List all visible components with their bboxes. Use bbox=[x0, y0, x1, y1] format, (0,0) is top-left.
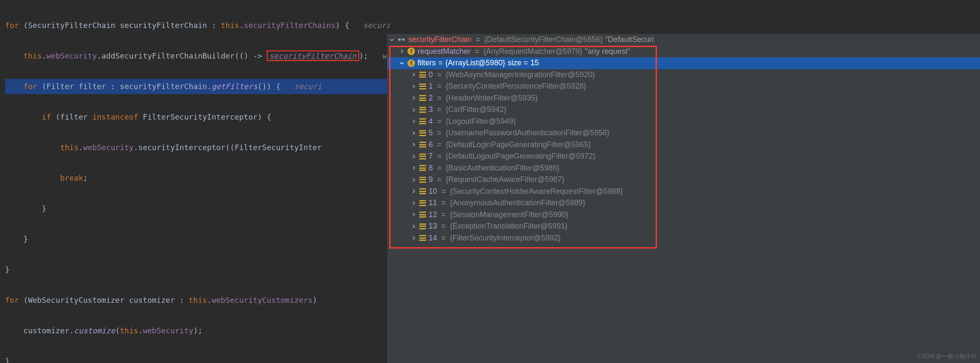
array-index: 9 bbox=[429, 175, 433, 184]
debug-array-element[interactable]: 6 = {DefaultLoginPageGeneratingFilter@59… bbox=[387, 139, 980, 151]
array-index: 13 bbox=[429, 222, 437, 231]
array-index: 1 bbox=[429, 82, 433, 91]
expand-arrow-down-icon[interactable] bbox=[399, 60, 405, 66]
variable-name: securityFilterChain bbox=[408, 35, 471, 44]
debug-variable-root[interactable]: 👓 securityFilterChain = {DefaultSecurity… bbox=[387, 34, 980, 46]
expand-arrow-right-icon[interactable] bbox=[411, 235, 417, 241]
code-line[interactable]: break; bbox=[5, 170, 390, 186]
object-reference: {BasicAuthenticationFilter@5986} bbox=[446, 164, 559, 173]
object-reference: {WebAsyncManagerIntegrationFilter@5920} bbox=[446, 70, 595, 79]
expand-arrow-right-icon[interactable] bbox=[411, 200, 417, 206]
element-icon bbox=[419, 154, 426, 159]
expand-arrow-right-icon[interactable] bbox=[411, 107, 417, 113]
expand-arrow-right-icon[interactable] bbox=[411, 142, 417, 148]
object-reference: {ExceptionTranslationFilter@5991} bbox=[450, 222, 568, 231]
array-index: 7 bbox=[429, 152, 433, 161]
code-editor[interactable]: for (SecurityFilterChain securityFilterC… bbox=[0, 0, 390, 363]
debug-variable-field[interactable]: f requestMatcher = {AnyRequestMatcher@59… bbox=[387, 46, 980, 58]
size-label: size = bbox=[508, 59, 528, 67]
code-line[interactable]: } bbox=[5, 262, 390, 277]
highlighted-expression[interactable]: securityFilterChain bbox=[267, 50, 359, 61]
array-index: 3 bbox=[429, 105, 433, 114]
element-icon bbox=[419, 165, 426, 171]
code-line[interactable]: this.webSecurity.addSecurityFilterChainB… bbox=[5, 48, 390, 64]
debug-array-element[interactable]: 4 = {LogoutFilter@5949} bbox=[387, 116, 980, 128]
object-reference: {RequestCacheAwareFilter@5987} bbox=[446, 175, 565, 184]
code-line[interactable]: for (SecurityFilterChain securityFilterC… bbox=[5, 18, 390, 33]
debug-variables-panel[interactable]: 👓 securityFilterChain = {DefaultSecurity… bbox=[387, 34, 980, 363]
expand-arrow-right-icon[interactable] bbox=[411, 188, 417, 194]
debug-array-element[interactable]: 0 = {WebAsyncManagerIntegrationFilter@59… bbox=[387, 69, 980, 81]
object-reference: {DefaultSecurityFilterChain@5856} bbox=[484, 35, 603, 44]
field-icon: f bbox=[407, 59, 415, 67]
expand-arrow-right-icon[interactable] bbox=[411, 72, 417, 78]
expand-arrow-right-icon[interactable] bbox=[411, 118, 417, 124]
watermark: CSDN @一枚小蜗牛H bbox=[917, 353, 976, 360]
element-icon bbox=[419, 107, 426, 113]
watch-icon: 👓 bbox=[397, 36, 406, 44]
object-reference: {DefaultLogoutPageGeneratingFilter@5972} bbox=[446, 152, 596, 161]
object-reference: {UsernamePasswordAuthenticationFilter@59… bbox=[446, 128, 609, 137]
object-reference: {SecurityContextHolderAwareRequestFilter… bbox=[450, 187, 623, 196]
debug-array-element[interactable]: 11 = {AnonymousAuthenticationFilter@5989… bbox=[387, 197, 980, 209]
element-icon bbox=[419, 223, 426, 229]
variable-name: requestMatcher bbox=[418, 47, 471, 56]
debug-array-element[interactable]: 5 = {UsernamePasswordAuthenticationFilte… bbox=[387, 127, 980, 139]
debug-array-element[interactable]: 14 = {FilterSecurityInterceptor@5992} bbox=[387, 232, 980, 244]
inline-hint: securityFilterChain: "DefaultSecurityFil… bbox=[363, 21, 390, 30]
array-index: 11 bbox=[429, 198, 437, 207]
keyword-this: this bbox=[221, 21, 239, 30]
code-line[interactable]: for (WebSecurityCustomizer customizer : … bbox=[5, 293, 390, 308]
element-icon bbox=[419, 118, 426, 124]
object-reference: {FilterSecurityInterceptor@5992} bbox=[450, 234, 561, 243]
element-icon bbox=[419, 95, 426, 101]
element-icon bbox=[419, 72, 426, 78]
code-line[interactable]: } bbox=[5, 354, 390, 363]
element-icon bbox=[419, 200, 426, 206]
expand-arrow-right-icon[interactable] bbox=[411, 165, 417, 171]
object-reference: {HeaderWriterFilter@5935} bbox=[446, 94, 538, 103]
expand-arrow-right-icon[interactable] bbox=[411, 95, 417, 101]
debug-array-element[interactable]: 9 = {RequestCacheAwareFilter@5987} bbox=[387, 174, 980, 186]
element-icon bbox=[419, 177, 426, 183]
element-icon bbox=[419, 142, 426, 148]
object-reference: {ArrayList@5980} bbox=[446, 59, 505, 67]
debug-array-element[interactable]: 2 = {HeaderWriterFilter@5935} bbox=[387, 92, 980, 104]
debug-array-element[interactable]: 7 = {DefaultLogoutPageGeneratingFilter@5… bbox=[387, 151, 980, 162]
code-line[interactable]: } bbox=[5, 232, 390, 247]
debug-array-element[interactable]: 8 = {BasicAuthenticationFilter@5986} bbox=[387, 162, 980, 174]
expand-arrow-right-icon[interactable] bbox=[411, 154, 417, 159]
expand-arrow-down-icon[interactable] bbox=[389, 37, 395, 43]
expand-arrow-right-icon[interactable] bbox=[411, 84, 417, 89]
array-index: 2 bbox=[429, 94, 433, 103]
element-icon bbox=[419, 235, 426, 241]
code-line[interactable]: if (filter instanceof FilterSecurityInte… bbox=[5, 109, 390, 125]
inline-hint: securi bbox=[294, 82, 322, 91]
code-line-current[interactable]: for (Filter filter : securityFilterChain… bbox=[5, 79, 390, 94]
code-line[interactable]: this.webSecurity.securityInterceptor((Fi… bbox=[5, 140, 390, 155]
expand-arrow-right-icon[interactable] bbox=[399, 48, 405, 54]
field-ref: securityFilterChains bbox=[244, 21, 336, 30]
array-index: 10 bbox=[429, 187, 437, 196]
expand-arrow-right-icon[interactable] bbox=[411, 223, 417, 229]
array-index: 14 bbox=[429, 234, 437, 243]
expand-arrow-right-icon[interactable] bbox=[411, 177, 417, 183]
object-reference: {CsrfFilter@5942} bbox=[446, 105, 507, 114]
code-line[interactable]: } bbox=[5, 201, 390, 216]
element-icon bbox=[419, 130, 426, 136]
debug-variable-field-selected[interactable]: f filters = {ArrayList@5980} size = 15 bbox=[387, 57, 980, 69]
code-line[interactable]: customizer.customize(this.webSecurity); bbox=[5, 323, 390, 338]
expand-arrow-right-icon[interactable] bbox=[411, 130, 417, 136]
variable-name: filters bbox=[418, 59, 436, 67]
debug-array-element[interactable]: 1 = {SecurityContextPersistenceFilter@59… bbox=[387, 81, 980, 92]
object-reference: {LogoutFilter@5949} bbox=[446, 117, 516, 126]
debug-array-element[interactable]: 12 = {SessionManagementFilter@5990} bbox=[387, 209, 980, 221]
expand-arrow-right-icon[interactable] bbox=[411, 212, 417, 218]
debug-array-element[interactable]: 10 = {SecurityContextHolderAwareRequestF… bbox=[387, 186, 980, 198]
debug-array-element[interactable]: 13 = {ExceptionTranslationFilter@5991} bbox=[387, 221, 980, 232]
keyword-for: for bbox=[5, 21, 19, 30]
object-reference: {DefaultLoginPageGeneratingFilter@5965} bbox=[446, 140, 591, 149]
element-icon bbox=[419, 188, 426, 194]
element-icon bbox=[419, 84, 426, 89]
debug-array-element[interactable]: 3 = {CsrfFilter@5942} bbox=[387, 104, 980, 116]
